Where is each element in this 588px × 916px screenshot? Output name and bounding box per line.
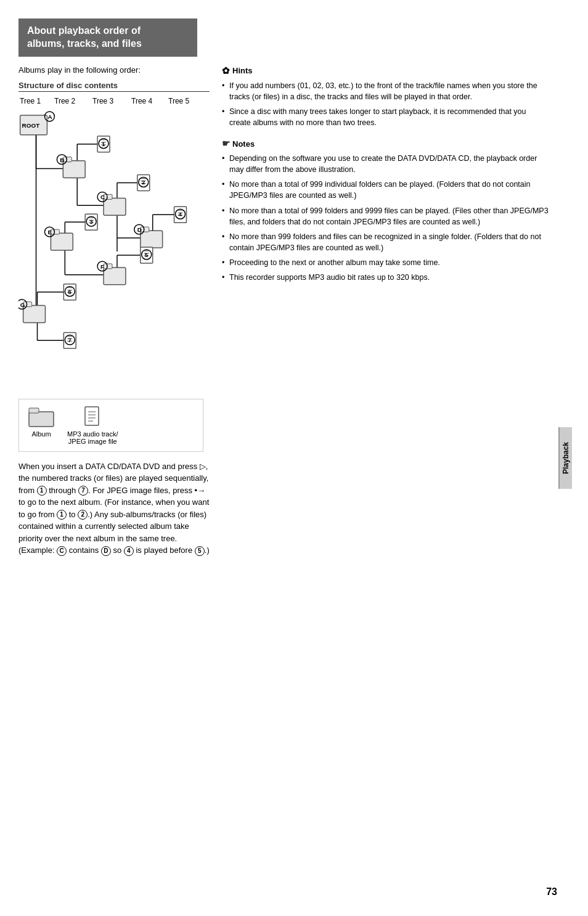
- tree-label-2: Tree 2: [54, 97, 75, 105]
- note-item-6: This recorder supports MP3 audio bit rat…: [222, 272, 549, 283]
- svg-rect-38: [104, 198, 126, 215]
- tree-label-5: Tree 5: [168, 97, 189, 105]
- svg-rect-78: [23, 305, 46, 322]
- title-box: About playback order of albums, tracks, …: [18, 18, 197, 57]
- svg-rect-68: [104, 267, 126, 284]
- tree-label-1: Tree 1: [20, 97, 41, 105]
- svg-text:4: 4: [179, 211, 182, 218]
- left-column: Albums play in the following order: Stru…: [18, 65, 210, 557]
- intro-text: Albums play in the following order:: [18, 65, 210, 75]
- svg-text:G: G: [20, 301, 25, 308]
- hints-title: ✿ Hints: [222, 65, 549, 76]
- svg-rect-49: [51, 229, 59, 234]
- notes-icon: ☛: [222, 138, 230, 149]
- notes-title: ☛ Notes: [222, 138, 549, 149]
- note-item-3: No more than a total of 999 folders and …: [222, 205, 549, 227]
- legend-box: Album MP3 audio track/JPEG image file: [18, 399, 203, 452]
- notes-section: ☛ Notes Depending on the software you us…: [222, 138, 549, 283]
- svg-rect-94: [29, 412, 54, 427]
- svg-text:A: A: [47, 113, 52, 120]
- svg-text:5: 5: [145, 251, 149, 258]
- right-column: ✿ Hints If you add numbers (01, 02, 03, …: [222, 65, 549, 557]
- svg-rect-48: [51, 233, 73, 250]
- legend-album: Album: [28, 406, 55, 438]
- body-text: When you insert a DATA CD/DATA DVD and p…: [18, 460, 210, 557]
- svg-text:3: 3: [89, 218, 93, 225]
- svg-text:D: D: [137, 226, 142, 233]
- svg-rect-28: [63, 160, 85, 178]
- tree-svg: ROOT A B: [18, 110, 203, 393]
- note-item-1: Depending on the software you use to cre…: [222, 153, 549, 175]
- svg-text:B: B: [60, 156, 64, 163]
- hints-title-text: Hints: [232, 66, 253, 75]
- svg-rect-96: [85, 407, 99, 425]
- svg-text:2: 2: [142, 179, 145, 186]
- svg-text:1: 1: [102, 140, 105, 147]
- svg-text:E: E: [47, 229, 52, 235]
- svg-rect-95: [29, 408, 39, 413]
- playback-tab: Playback: [558, 427, 572, 489]
- file-icon: [83, 406, 102, 428]
- notes-title-text: Notes: [232, 139, 255, 149]
- notes-list: Depending on the software you use to cre…: [222, 153, 549, 283]
- page-number: 73: [546, 886, 557, 898]
- hint-item-2: Since a disc with many trees takes longe…: [222, 106, 549, 128]
- tree-diagram: Tree 1 Tree 2 Tree 3 Tree 4 Tree 5: [18, 97, 203, 393]
- file-legend-label: MP3 audio track/JPEG image file: [67, 430, 118, 445]
- right-tab-area: Playback: [555, 18, 572, 898]
- hints-icon: ✿: [222, 65, 230, 76]
- svg-text:C: C: [100, 194, 105, 200]
- album-folder-icon: [28, 406, 55, 428]
- hint-item-1: If you add numbers (01, 02, 03, etc.) to…: [222, 80, 549, 102]
- structure-title: Structure of disc contents: [18, 81, 210, 92]
- tree-label-4: Tree 4: [131, 97, 152, 105]
- hints-list: If you add numbers (01, 02, 03, etc.) to…: [222, 80, 549, 129]
- playback-tab-label: Playback: [561, 442, 570, 474]
- note-item-5: Proceeding to the next or another album …: [222, 257, 549, 268]
- svg-text:6: 6: [68, 288, 71, 295]
- note-item-2: No more than a total of 999 individual f…: [222, 179, 549, 201]
- hints-section: ✿ Hints If you add numbers (01, 02, 03, …: [222, 65, 549, 129]
- svg-text:ROOT: ROOT: [22, 121, 40, 128]
- album-legend-label: Album: [31, 430, 51, 438]
- legend-file: MP3 audio track/JPEG image file: [67, 406, 118, 445]
- svg-text:7: 7: [68, 337, 71, 343]
- svg-rect-69: [104, 264, 112, 269]
- tree-label-3: Tree 3: [92, 97, 113, 105]
- svg-text:F: F: [100, 263, 104, 269]
- svg-rect-52: [141, 231, 163, 248]
- page-title: About playback order of albums, tracks, …: [27, 25, 189, 51]
- note-item-4: No more than 999 folders and files can b…: [222, 231, 549, 253]
